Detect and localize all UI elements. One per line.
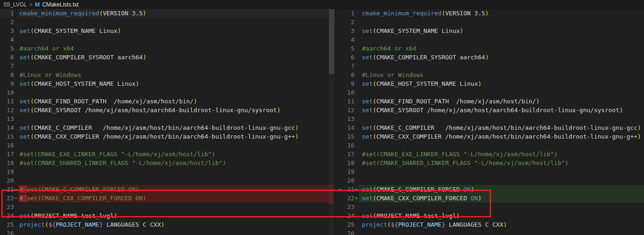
code-text[interactable] <box>18 18 329 26</box>
line-number[interactable]: 22 <box>344 194 354 203</box>
diff-revert-arrow-icon[interactable]: → <box>335 185 344 194</box>
line-number[interactable]: 12 <box>0 106 14 114</box>
line-number[interactable]: 19 <box>0 167 14 176</box>
line-number[interactable]: 6 <box>344 53 354 62</box>
line-number[interactable]: 23 <box>344 203 354 211</box>
code-text[interactable]: #Linux or Windows <box>359 70 644 79</box>
line-number[interactable]: 16 <box>0 141 14 150</box>
line-number[interactable]: 8 <box>0 70 14 79</box>
code-text[interactable]: project(${PROJECT_NAME} LANGUAGES C CXX) <box>18 220 329 229</box>
line-number[interactable]: 8 <box>344 70 354 79</box>
line-number[interactable]: 26 <box>0 229 14 235</box>
code-text[interactable] <box>18 62 329 70</box>
line-number[interactable]: 9 <box>344 79 354 88</box>
code-text[interactable]: set(CMAKE_C_COMPILER_FORCED ON) <box>359 185 644 194</box>
code-text[interactable]: #set(CMAKE_EXE_LINKER_FLAGS "-L/home/xj/… <box>359 150 644 159</box>
code-text[interactable]: set(CMAKE_SYSROOT /home/xj/asm/host/aarc… <box>18 106 329 114</box>
line-number[interactable]: 19 <box>344 167 354 176</box>
code-text[interactable]: set(CMAKE_CXX_COMPILER /home/xj/asm/host… <box>359 132 644 141</box>
code-text[interactable] <box>359 18 644 26</box>
left-pane-scrollbar[interactable] <box>329 9 335 235</box>
code-text[interactable] <box>18 176 329 185</box>
line-number[interactable]: 25 <box>344 220 354 229</box>
code-text[interactable]: set(CMAKE_CXX_COMPILER /home/xj/asm/host… <box>18 132 329 141</box>
line-number[interactable]: 6 <box>0 53 14 62</box>
code-text[interactable]: #set(CMAKE_SHARED_LINKER_FLAGS "-L/home/… <box>359 159 644 167</box>
code-text[interactable]: project(${PROJECT_NAME} LANGUAGES C CXX) <box>359 220 644 229</box>
line-number[interactable]: 25 <box>0 220 14 229</box>
line-number[interactable]: 11 <box>0 97 14 106</box>
line-number[interactable]: 7 <box>0 62 14 70</box>
line-number[interactable]: 2 <box>0 18 14 26</box>
code-text[interactable] <box>18 141 329 150</box>
code-text[interactable] <box>359 229 644 235</box>
code-text[interactable] <box>359 167 644 176</box>
code-text[interactable] <box>18 167 329 176</box>
line-number[interactable]: 18 <box>0 159 14 167</box>
code-text[interactable]: #set(CMAKE_EXE_LINKER_FLAGS "-L/home/xj/… <box>18 150 329 159</box>
line-number[interactable]: 21 <box>0 185 14 194</box>
line-number[interactable]: 18 <box>344 159 354 167</box>
line-number[interactable]: 21 <box>344 185 354 194</box>
line-number[interactable]: 24 <box>344 211 354 220</box>
line-number[interactable]: 5 <box>344 44 354 53</box>
line-number[interactable]: 1 <box>0 9 14 18</box>
line-number[interactable]: 13 <box>344 114 354 123</box>
line-number[interactable]: 4 <box>344 35 354 44</box>
code-text[interactable]: set(CMAKE_HOST_SYSTEM_NAME Linux) <box>18 79 329 88</box>
code-text[interactable]: #aarch64 or x64 <box>359 44 644 53</box>
code-text[interactable]: set(CMAKE_SYSROOT /home/xj/asm/host/aarc… <box>359 106 644 114</box>
line-number[interactable]: 3 <box>344 26 354 35</box>
line-number[interactable]: 1 <box>344 9 354 18</box>
line-number[interactable]: 11 <box>344 97 354 106</box>
code-text[interactable] <box>359 88 644 97</box>
line-number[interactable]: 13 <box>0 114 14 123</box>
breadcrumb-file[interactable]: CMakeLists.txt <box>42 1 79 8</box>
line-number[interactable]: 17 <box>0 150 14 159</box>
line-number[interactable]: 3 <box>0 26 14 35</box>
line-number[interactable]: 14 <box>344 123 354 132</box>
scrollbar-slider[interactable] <box>329 9 335 74</box>
code-text[interactable]: set(CMAKE_FIND_ROOT_PATH /home/xj/asm/ho… <box>359 97 644 106</box>
code-text[interactable]: cmake_minimum_required(VERSION 3.5) <box>359 9 644 18</box>
breadcrumb-folder[interactable]: S5_LVGL <box>3 1 27 8</box>
line-number[interactable]: 22 <box>0 194 14 203</box>
code-text[interactable] <box>18 35 329 44</box>
line-number[interactable]: 9 <box>0 79 14 88</box>
code-text[interactable] <box>18 229 329 235</box>
line-number[interactable]: 24 <box>0 211 14 220</box>
line-number[interactable]: 12 <box>344 106 354 114</box>
code-text[interactable]: set(CMAKE_C_COMPILER /home/xj/asm/host/b… <box>18 123 329 132</box>
line-number[interactable]: 15 <box>0 132 14 141</box>
code-text[interactable] <box>18 88 329 97</box>
code-text[interactable]: #Linux or Windows <box>18 70 329 79</box>
line-number[interactable]: 17 <box>344 150 354 159</box>
line-number[interactable]: 4 <box>0 35 14 44</box>
code-text[interactable]: cmake_minimum_required(VERSION 3.5) <box>18 9 329 18</box>
line-number[interactable]: 7 <box>344 62 354 70</box>
line-number[interactable]: 5 <box>0 44 14 53</box>
line-number[interactable]: 20 <box>344 176 354 185</box>
code-text[interactable]: set(PROJECT_NAME test_lvgl) <box>18 211 329 220</box>
code-text[interactable] <box>359 35 644 44</box>
line-number[interactable]: 15 <box>344 132 354 141</box>
code-text[interactable]: # set(CMAKE_C_COMPILER_FORCED ON) <box>18 185 329 194</box>
code-text[interactable]: set(CMAKE_FIND_ROOT_PATH /home/xj/asm/ho… <box>18 97 329 106</box>
code-text[interactable]: set(CMAKE_HOST_SYSTEM_NAME Linux) <box>359 79 644 88</box>
line-number[interactable]: 20 <box>0 176 14 185</box>
code-text[interactable]: set(CMAKE_SYSTEM_NAME Linux) <box>359 26 644 35</box>
code-text[interactable]: set(CMAKE_SYSTEM_NAME Linux) <box>18 26 329 35</box>
code-text[interactable] <box>359 176 644 185</box>
code-text[interactable]: set(CMAKE_CXX_COMPILER_FORCED ON) <box>359 194 644 203</box>
line-number[interactable]: 10 <box>0 88 14 97</box>
code-text[interactable]: set(CMAKE_C_COMPILER /home/xj/asm/host/b… <box>359 123 644 132</box>
code-text[interactable] <box>359 114 644 123</box>
code-text[interactable]: set(PROJECT_NAME test_lvgl) <box>359 211 644 220</box>
code-text[interactable]: set(CMAKE_COMPILER_SYSROOT aarch64) <box>18 53 329 62</box>
code-text[interactable]: # set(CMAKE_CXX_COMPILER_FORCED ON) <box>18 194 329 203</box>
line-number[interactable]: 14 <box>0 123 14 132</box>
code-text[interactable] <box>359 203 644 211</box>
line-number[interactable]: 23 <box>0 203 14 211</box>
code-text[interactable]: set(CMAKE_COMPILER_SYSROOT aarch64) <box>359 53 644 62</box>
code-text[interactable] <box>359 141 644 150</box>
